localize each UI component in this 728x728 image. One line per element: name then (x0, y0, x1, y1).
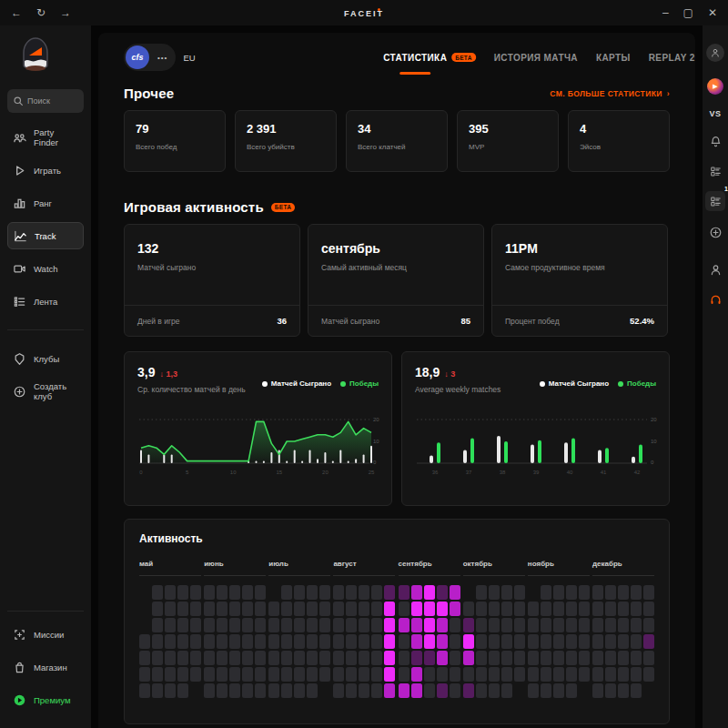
heatmap-cell[interactable] (307, 651, 318, 665)
heatmap-cell[interactable] (268, 602, 279, 616)
sidebar-item-премиум[interactable]: Премиум (7, 686, 84, 713)
heatmap-cell[interactable] (605, 585, 616, 600)
heatmap-cell[interactable] (463, 651, 474, 665)
heatmap-cell[interactable] (566, 634, 577, 649)
heatmap-cell[interactable] (190, 667, 201, 682)
heatmap-cell[interactable] (541, 602, 551, 616)
heatmap-cell[interactable] (204, 683, 215, 698)
see-more-stats-link[interactable]: СМ. БОЛЬШЕ СТАТИСТИКИ› (550, 89, 670, 98)
heatmap-cell[interactable] (643, 585, 654, 600)
tab-1[interactable]: СТАТИСТИКАБЕТА (383, 53, 476, 63)
heatmap-cell[interactable] (204, 667, 215, 682)
heatmap-cell[interactable] (579, 602, 590, 616)
heatmap-cell[interactable] (371, 651, 382, 665)
heatmap-cell[interactable] (165, 634, 176, 649)
heatmap-cell[interactable] (514, 667, 525, 682)
heatmap-cell[interactable] (450, 602, 460, 616)
heatmap-cell[interactable] (450, 585, 460, 600)
heatmap-cell[interactable] (307, 634, 318, 649)
heatmap-cell[interactable] (204, 634, 215, 649)
heatmap-cell[interactable] (514, 634, 525, 649)
heatmap-cell[interactable] (463, 618, 474, 632)
heatmap-cell[interactable] (281, 618, 292, 632)
heatmap-cell[interactable] (281, 634, 292, 649)
heatmap-cell[interactable] (631, 667, 642, 682)
heatmap-cell[interactable] (359, 634, 369, 649)
heatmap-cell[interactable] (566, 618, 577, 632)
heatmap-cell[interactable] (618, 585, 629, 600)
heatmap-cell[interactable] (333, 618, 344, 632)
heatmap-cell[interactable] (346, 683, 357, 698)
heatmap-cell[interactable] (411, 602, 422, 616)
heatmap-cell[interactable] (643, 618, 654, 632)
heatmap-cell[interactable] (165, 602, 176, 616)
heatmap-cell[interactable] (399, 651, 410, 665)
heatmap-cell[interactable] (371, 602, 382, 616)
heatmap-cell[interactable] (165, 683, 176, 698)
heatmap-cell[interactable] (450, 651, 460, 665)
heatmap-cell[interactable] (579, 618, 590, 632)
heatmap-cell[interactable] (463, 683, 474, 698)
heatmap-cell[interactable] (463, 667, 474, 682)
faceit-logo-icon[interactable] (20, 36, 51, 73)
heatmap-cell[interactable] (346, 585, 357, 600)
heatmap-cell[interactable] (204, 618, 215, 632)
heatmap-cell[interactable] (190, 602, 201, 616)
sidebar-item-создать-клуб[interactable]: Создать клуб (7, 378, 84, 405)
heatmap-cell[interactable] (592, 618, 603, 632)
party-chat-icon[interactable]: 1 (705, 191, 725, 211)
heatmap-cell[interactable] (229, 618, 240, 632)
heatmap-cell[interactable] (229, 651, 240, 665)
heatmap-cell[interactable] (514, 618, 525, 632)
heatmap-cell[interactable] (190, 618, 201, 632)
heatmap-cell[interactable] (333, 602, 344, 616)
heatmap-cell[interactable] (489, 618, 500, 632)
heatmap-cell[interactable] (643, 634, 654, 649)
heatmap-cell[interactable] (268, 651, 279, 665)
heatmap-cell[interactable] (424, 667, 435, 682)
heatmap-cell[interactable] (371, 667, 382, 682)
heatmap-cell[interactable] (139, 651, 150, 665)
heatmap-cell[interactable] (346, 602, 357, 616)
heatmap-cell[interactable] (333, 634, 344, 649)
heatmap-cell[interactable] (514, 585, 525, 600)
heatmap-cell[interactable] (177, 667, 188, 682)
heatmap-cell[interactable] (553, 683, 564, 698)
roster-icon[interactable] (709, 165, 723, 178)
heatmap-cell[interactable] (411, 585, 422, 600)
heatmap-cell[interactable] (450, 634, 460, 649)
heatmap-cell[interactable] (643, 667, 654, 682)
sidebar-item-лента[interactable]: Лента (7, 288, 84, 315)
heatmap-cell[interactable] (294, 683, 305, 698)
heatmap-cell[interactable] (592, 667, 603, 682)
heatmap-cell[interactable] (424, 651, 435, 665)
heatmap-cell[interactable] (501, 585, 512, 600)
heatmap-cell[interactable] (592, 634, 603, 649)
heatmap-cell[interactable] (346, 634, 357, 649)
heatmap-cell[interactable] (242, 618, 253, 632)
heatmap-cell[interactable] (281, 683, 292, 698)
heatmap-cell[interactable] (399, 683, 410, 698)
heatmap-cell[interactable] (242, 634, 253, 649)
heatmap-cell[interactable] (217, 667, 228, 682)
heatmap-cell[interactable] (346, 651, 357, 665)
heatmap-cell[interactable] (553, 585, 564, 600)
heatmap-cell[interactable] (489, 667, 500, 682)
heatmap-cell[interactable] (319, 585, 330, 600)
heatmap-cell[interactable] (514, 602, 525, 616)
heatmap-cell[interactable] (152, 618, 163, 632)
heatmap-cell[interactable] (553, 651, 564, 665)
heatmap-cell[interactable] (489, 602, 500, 616)
sidebar-item-магазин[interactable]: Магазин (7, 653, 84, 681)
heatmap-cell[interactable] (255, 634, 266, 649)
more-options-button[interactable]: ••• (151, 54, 174, 62)
heatmap-cell[interactable] (177, 585, 188, 600)
heatmap-cell[interactable] (399, 602, 410, 616)
heatmap-cell[interactable] (541, 651, 551, 665)
heatmap-cell[interactable] (566, 651, 577, 665)
heatmap-cell[interactable] (177, 683, 188, 698)
heatmap-cell[interactable] (204, 602, 215, 616)
heatmap-cell[interactable] (476, 667, 487, 682)
heatmap-cell[interactable] (294, 602, 305, 616)
heatmap-cell[interactable] (437, 585, 448, 600)
